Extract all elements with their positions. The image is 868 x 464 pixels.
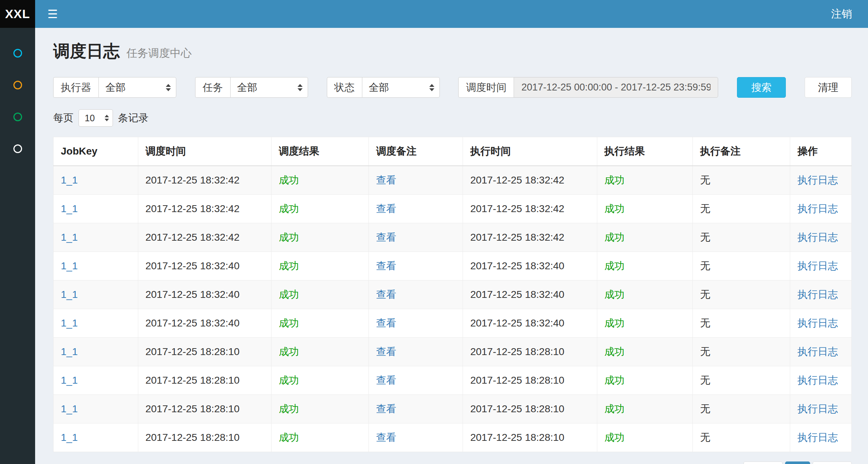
- execution-log-link[interactable]: 执行日志: [797, 403, 838, 414]
- search-button[interactable]: 搜索: [737, 77, 786, 98]
- top-navbar: XXL ☰ 注销: [0, 0, 868, 28]
- job-select[interactable]: 全部: [230, 77, 308, 98]
- trigger-msg-link[interactable]: 查看: [376, 432, 396, 443]
- trigger-msg-link[interactable]: 查看: [376, 317, 396, 329]
- column-header: 调度结果: [271, 137, 368, 166]
- execution-log-link[interactable]: 执行日志: [797, 232, 838, 243]
- sidebar-item-4[interactable]: [0, 133, 35, 165]
- trigger-result-cell: 成功: [271, 395, 368, 423]
- table-row: 1_1 2017-12-25 18:28:10 成功 查看 2017-12-25…: [54, 366, 852, 395]
- job-filter-group: 任务 全部: [195, 77, 308, 98]
- jobkey-link[interactable]: 1_1: [61, 203, 78, 214]
- execution-log-link[interactable]: 执行日志: [797, 317, 838, 329]
- jobkey-link[interactable]: 1_1: [61, 432, 78, 443]
- handle-time-cell: 2017-12-25 18:32:42: [463, 166, 597, 195]
- logout-link[interactable]: 注销: [815, 0, 868, 28]
- jobkey-link[interactable]: 1_1: [61, 346, 78, 357]
- next-page-button[interactable]: 下页: [813, 461, 852, 464]
- handle-time-cell: 2017-12-25 18:28:10: [463, 338, 597, 366]
- trigger-msg-link[interactable]: 查看: [376, 260, 396, 271]
- handle-result-cell: 成功: [597, 280, 693, 309]
- trigger-msg-link[interactable]: 查看: [376, 403, 396, 414]
- log-table: JobKey调度时间调度结果调度备注执行时间执行结果执行备注操作 1_1 201…: [53, 137, 852, 452]
- jobkey-cell: 1_1: [54, 166, 138, 195]
- column-header: 操作: [790, 137, 852, 166]
- execution-log-link[interactable]: 执行日志: [797, 375, 838, 386]
- jobkey-link[interactable]: 1_1: [61, 289, 78, 300]
- trigger-time-cell: 2017-12-25 18:28:10: [138, 423, 271, 452]
- handle-msg-cell: 无: [693, 280, 790, 309]
- jobkey-link[interactable]: 1_1: [61, 403, 78, 414]
- action-cell: 执行日志: [790, 338, 852, 366]
- trigger-msg-link[interactable]: 查看: [376, 203, 396, 214]
- trigger-msg-link[interactable]: 查看: [376, 375, 396, 386]
- sidebar-item-3[interactable]: [0, 101, 35, 133]
- execution-log-link[interactable]: 执行日志: [797, 174, 838, 186]
- page-title: 调度日志: [53, 42, 120, 60]
- execution-log-link[interactable]: 执行日志: [797, 432, 838, 443]
- table-row: 1_1 2017-12-25 18:28:10 成功 查看 2017-12-25…: [54, 423, 852, 452]
- sidebar-item-1[interactable]: [0, 37, 35, 69]
- trigger-time-filter-label: 调度时间: [458, 77, 514, 98]
- trigger-msg-link[interactable]: 查看: [376, 289, 396, 300]
- job-select-value: 全部: [237, 81, 257, 94]
- action-cell: 执行日志: [790, 395, 852, 423]
- jobkey-link[interactable]: 1_1: [61, 260, 78, 271]
- pagination: 上页 1 下页: [743, 461, 852, 464]
- select-arrows-icon: [105, 115, 109, 121]
- sidebar-toggle-icon[interactable]: ☰: [35, 0, 70, 28]
- clear-button[interactable]: 清理: [805, 77, 852, 98]
- page-size-select[interactable]: 10: [79, 109, 113, 127]
- trigger-time-cell: 2017-12-25 18:32:42: [138, 195, 271, 223]
- trigger-time-range-input[interactable]: [514, 77, 718, 98]
- execution-log-link[interactable]: 执行日志: [797, 203, 838, 214]
- trigger-msg-cell: 查看: [368, 166, 463, 195]
- circle-outline-icon: [13, 49, 22, 58]
- trigger-result-cell: 成功: [271, 423, 368, 452]
- column-header: 调度备注: [368, 137, 463, 166]
- filter-bar: 执行器 全部 任务 全部 状态 全部 调度时间 搜索 清理: [53, 77, 852, 98]
- handle-result-cell: 成功: [597, 366, 693, 395]
- handle-msg-cell: 无: [693, 395, 790, 423]
- jobkey-cell: 1_1: [54, 395, 138, 423]
- handle-time-cell: 2017-12-25 18:32:42: [463, 195, 597, 223]
- circle-outline-icon: [13, 113, 22, 121]
- handle-result-cell: 成功: [597, 252, 693, 280]
- circle-outline-icon: [13, 81, 22, 89]
- jobkey-link[interactable]: 1_1: [61, 232, 78, 243]
- trigger-msg-link[interactable]: 查看: [376, 346, 396, 357]
- handle-msg-cell: 无: [693, 423, 790, 452]
- execution-log-link[interactable]: 执行日志: [797, 289, 838, 300]
- sidebar-item-2[interactable]: [0, 69, 35, 101]
- jobkey-link[interactable]: 1_1: [61, 174, 78, 186]
- action-cell: 执行日志: [790, 423, 852, 452]
- trigger-time-cell: 2017-12-25 18:32:42: [138, 223, 271, 252]
- trigger-msg-link[interactable]: 查看: [376, 232, 396, 243]
- column-header: 执行结果: [597, 137, 693, 166]
- execution-log-link[interactable]: 执行日志: [797, 260, 838, 271]
- prev-page-button[interactable]: 上页: [743, 461, 783, 464]
- status-select[interactable]: 全部: [362, 77, 440, 98]
- job-filter-label: 任务: [195, 77, 230, 98]
- page-1-button[interactable]: 1: [785, 461, 810, 464]
- executor-select[interactable]: 全部: [98, 77, 176, 98]
- trigger-result-cell: 成功: [271, 252, 368, 280]
- app-logo[interactable]: XXL: [0, 0, 35, 28]
- executor-filter-label: 执行器: [53, 77, 98, 98]
- table-row: 1_1 2017-12-25 18:32:40 成功 查看 2017-12-25…: [54, 252, 852, 280]
- trigger-msg-cell: 查看: [368, 423, 463, 452]
- trigger-time-cell: 2017-12-25 18:32:40: [138, 252, 271, 280]
- table-row: 1_1 2017-12-25 18:32:42 成功 查看 2017-12-25…: [54, 166, 852, 195]
- handle-time-cell: 2017-12-25 18:32:42: [463, 223, 597, 252]
- handle-msg-cell: 无: [693, 166, 790, 195]
- jobkey-link[interactable]: 1_1: [61, 317, 78, 329]
- table-row: 1_1 2017-12-25 18:32:40 成功 查看 2017-12-25…: [54, 280, 852, 309]
- trigger-msg-link[interactable]: 查看: [376, 174, 396, 186]
- jobkey-cell: 1_1: [54, 280, 138, 309]
- trigger-msg-cell: 查看: [368, 309, 463, 338]
- status-filter-label: 状态: [327, 77, 362, 98]
- execution-log-link[interactable]: 执行日志: [797, 346, 838, 357]
- table-row: 1_1 2017-12-25 18:32:42 成功 查看 2017-12-25…: [54, 195, 852, 223]
- select-arrows-icon: [298, 84, 303, 91]
- jobkey-link[interactable]: 1_1: [61, 375, 78, 386]
